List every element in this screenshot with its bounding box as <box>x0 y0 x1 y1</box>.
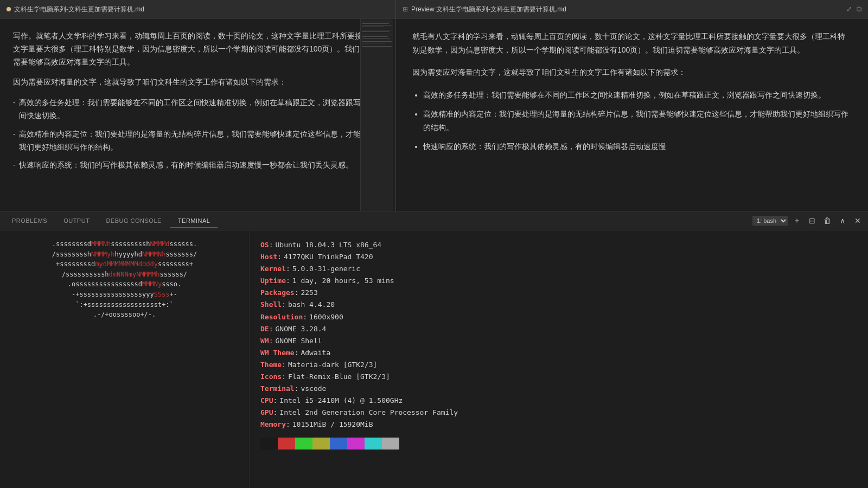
info-shell: Shell : bash 4.4.20 <box>260 299 857 311</box>
svg-rect-8 <box>362 36 388 37</box>
svg-rect-0 <box>361 19 393 211</box>
info-val-resolution: 868x488 <box>309 311 343 323</box>
color-swatch <box>278 438 295 450</box>
preview-list-item-3: 快速响应的系统：我们的写作极其依赖灵感，有的时候编辑器启动速度慢 <box>423 140 852 153</box>
editor-list-text-2: 高效精准的内容定位：我们要处理的是海量的无结构碎片信息，我们需要能够快速定位这些… <box>19 128 382 154</box>
tab-output[interactable]: OUTPUT <box>56 214 97 227</box>
neofetch-art: .ssssssssdMMMNhssssssssshNMMMdssssss. /s… <box>0 230 250 488</box>
info-terminal: Terminal : vscode <box>260 383 857 395</box>
terminal-toolbar: 1: bash ＋ ⊟ 🗑 ∧ ✕ <box>752 215 864 227</box>
info-key-packages: Packages <box>260 287 295 299</box>
info-packages: Packages : 2253 <box>260 287 857 299</box>
info-theme: Theme : Materia-dark [GTK2/3] <box>260 359 857 371</box>
info-key-memory: Memory <box>260 419 286 431</box>
editor-list-item-1: - 高效的多任务处理：我们需要能够在不同的工作区之间快速精准切换，例如在草稿跟正… <box>13 97 382 123</box>
preview-list-item-2: 高效精准的内容定位：我们要处理的是海量的无结构碎片信息，我们需要能够快速定位这些… <box>423 107 852 134</box>
close-terminal-button[interactable]: ✕ <box>852 215 864 227</box>
preview-tab[interactable]: ⊞ Preview 文科生学电脑系列-文科生更加需要计算机.md ⤢ ⧉ <box>396 0 868 19</box>
preview-tab-icons: ⤢ ⧉ <box>846 5 861 14</box>
info-key-host: Host <box>260 251 277 263</box>
info-wm: WM : GNOME Shell <box>260 335 857 347</box>
info-val-uptime: 1 day, 20 hours, 53 mins <box>292 275 394 287</box>
preview-para-2: 因为需要应对海量的文字，这就导致了咱们文科生的文字工作有诸如以下的需求： <box>412 66 852 79</box>
svg-rect-12 <box>362 46 392 47</box>
info-resolution: Resolution : 868x488 <box>260 311 857 323</box>
info-uptime: Uptime : 1 day, 20 hours, 53 mins <box>260 275 857 287</box>
info-val-gpu: Intel 2nd Generation Core Processor Fami… <box>279 407 458 419</box>
info-val-packages: 2253 <box>301 287 317 299</box>
svg-rect-7 <box>362 35 392 35</box>
sysinfo-panel: OS : Ubuntu 18.04.3 LTS x86_64 Host : 41… <box>250 230 868 488</box>
art-line-3: +ssssssssdmydMMMMMMMMddddyssssssss+ <box>11 259 238 269</box>
info-val-kernel: 5.0.0-31-generic <box>292 263 360 275</box>
trash-terminal-button[interactable]: 🗑 <box>821 215 833 227</box>
tab-problems[interactable]: PROBLEMS <box>4 214 55 227</box>
editor-right-pane: ⊞ Preview 文科生学电脑系列-文科生更加需要计算机.md ⤢ ⧉ 就毛有… <box>396 0 868 211</box>
editor-left-pane: 文科生学电脑系列-文科生更加需要计算机.md 写作。就笔者人文学科的学习来看，动… <box>0 0 396 211</box>
tab-debug-console[interactable]: DEBUG CONSOLE <box>98 214 169 227</box>
info-val-terminal: vscode <box>301 383 326 395</box>
info-key-theme: Theme <box>260 359 282 371</box>
info-de: DE : GNOME 3.28.4 <box>260 323 857 335</box>
info-key-gpu: GPU <box>260 407 273 419</box>
art-line-1: .ssssssssdMMMNhssssssssshNMMMdssssss. <box>11 239 238 249</box>
info-key-terminal: Terminal <box>260 383 295 395</box>
info-val-host: 4177QKU ThinkPad T420 <box>284 251 373 263</box>
svg-rect-1 <box>362 22 392 22</box>
art-line-5: .ossssssssssssssssdMMMNyssso. <box>11 279 238 290</box>
info-val-de: GNOME 3.28.4 <box>275 323 326 335</box>
split-icon[interactable]: ⧉ <box>857 5 861 14</box>
info-val-shell: bash 4.4.20 <box>288 299 335 311</box>
preview-content: 就毛有八文字科的学习来看，动辄每周上百页的阅读，数十页的论文，这种文字量比理工科… <box>396 19 868 173</box>
preview-list-item-1: 高效的多任务处理：我们需要能够在不同的工作区之间快速精准切换，例如在草稿跟正文，… <box>423 88 852 102</box>
editor-para-2: 因为需要应对海量的文字，这就导致了咱们文科生的文字工作有诸如以下的需求： <box>13 76 382 89</box>
arrow-up-button[interactable]: ∧ <box>837 215 848 227</box>
info-key-uptime: Uptime <box>260 275 286 287</box>
editor-left-content: 写作。就笔者人文学科的学习来看，动辄每周上百页的阅读，数十页的论文，这种文字量比… <box>0 19 395 188</box>
split-terminal-button[interactable]: ⊟ <box>806 215 818 227</box>
info-icons: Icons : Flat-Remix-Blue [GTK2/3] <box>260 371 857 383</box>
art-line-7: `:+sssssssssssssssssst+:` <box>11 300 238 310</box>
terminal-area: PROBLEMS OUTPUT DEBUG CONSOLE TERMINAL 1… <box>0 211 868 488</box>
info-gpu: GPU : Intel 2nd Generation Core Processo… <box>260 407 857 419</box>
svg-rect-4 <box>362 27 384 27</box>
editor-left-tab[interactable]: 文科生学电脑系列-文科生更加需要计算机.md <box>0 0 395 19</box>
info-val-cpu: Intel i5-2410M (4) @ 1.500GHz <box>279 395 403 407</box>
editor-para-1: 写作。就笔者人文学科的学习来看，动辄每周上百页的阅读，数十页的论文，这种文字量比… <box>13 30 382 68</box>
art-line-4: /sssssssssshdmNNNmyNMMMMhssssss/ <box>11 269 238 280</box>
color-swatches <box>260 438 857 450</box>
info-key-os: OS <box>260 239 269 251</box>
info-host: Host : 4177QKU ThinkPad T420 <box>260 251 857 263</box>
info-memory: Memory : 10151MiB / 15920MiB <box>260 419 857 431</box>
shell-selector[interactable]: 1: bash <box>752 216 788 226</box>
color-swatch <box>330 438 347 450</box>
svg-rect-2 <box>362 23 389 24</box>
info-key-de: DE <box>260 323 269 335</box>
info-wm-theme: WM Theme : Adwaita <box>260 347 857 359</box>
preview-list: 高效的多任务处理：我们需要能够在不同的工作区之间快速精准切换，例如在草稿跟正文，… <box>423 88 852 154</box>
svg-rect-3 <box>362 25 392 25</box>
svg-rect-9 <box>362 38 390 38</box>
info-val-theme: Materia-dark [GTK2/3] <box>288 359 377 371</box>
svg-rect-11 <box>362 43 386 43</box>
info-os: OS : Ubuntu 18.04.3 LTS x86_64 <box>260 239 857 251</box>
tab-terminal[interactable]: TERMINAL <box>170 214 218 228</box>
color-swatch <box>365 438 382 450</box>
art-line-8: .-/+oossssoo+/-. <box>11 310 238 320</box>
info-kernel: Kernel : 5.0.0-31-generic <box>260 263 857 275</box>
editor-minimap <box>361 19 393 211</box>
info-val-os: Ubuntu 18.04.3 LTS x86_64 <box>275 239 381 251</box>
editor-list-text-3: 快速响应的系统：我们的写作极其依赖灵感，有的时候编辑器启动速度慢一秒都会让我们丢… <box>19 159 353 172</box>
editor-list-text-1: 高效的多任务处理：我们需要能够在不同的工作区之间快速精准切换，例如在草稿跟正文，… <box>19 97 382 123</box>
art-line-6: -+ssssssssssssssssyyySSss+- <box>11 290 238 300</box>
info-key-icons: Icons <box>260 371 282 383</box>
info-key-kernel: Kernel <box>260 263 286 275</box>
color-swatch <box>382 438 399 450</box>
modified-dot <box>7 7 11 11</box>
expand-icon[interactable]: ⤢ <box>846 5 852 14</box>
new-terminal-button[interactable]: ＋ <box>791 215 803 227</box>
info-key-shell: Shell <box>260 299 282 311</box>
preview-tab-label: Preview 文科生学电脑系列-文科生更加需要计算机.md <box>411 5 566 14</box>
info-key-resolution: Resolution <box>260 311 303 323</box>
info-val-wm-theme: Adwaita <box>301 347 330 359</box>
